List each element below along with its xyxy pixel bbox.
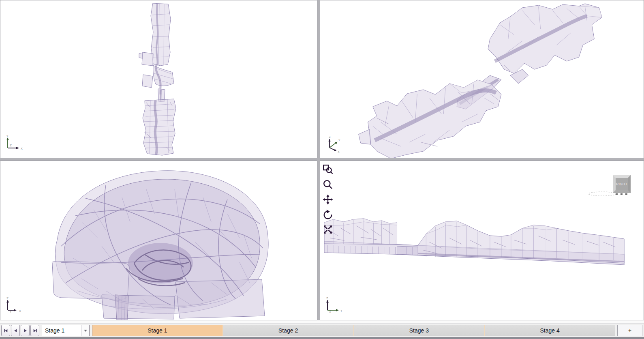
tab-stage-1[interactable]: Stage 1 (92, 325, 223, 336)
model-wireframe-plan-view (0, 0, 317, 158)
viewport-perspective-view[interactable]: Z Y X (320, 0, 644, 158)
tab-stage-4[interactable]: Stage 4 (484, 325, 615, 336)
axis-triad-perspective: Z Y X (323, 134, 346, 154)
stage-tabs: Stage 1 Stage 2 Stage 3 Stage 4 (92, 325, 615, 336)
axis-label-x: X (19, 309, 21, 313)
viewport-grid: Y X Z Z Y (0, 0, 644, 320)
first-stage-button[interactable] (1, 325, 10, 336)
tab-label: Stage 4 (540, 327, 559, 334)
tab-stage-3[interactable]: Stage 3 (353, 325, 484, 336)
tab-label: Stage 2 (278, 327, 298, 334)
stage-bar: Stage 1 Stage 1 Stage 2 Stage 3 Stage 4 … (0, 324, 644, 337)
last-stage-button[interactable] (30, 325, 39, 336)
add-stage-button[interactable]: + (617, 325, 642, 336)
axis-label-y: Y (9, 310, 12, 313)
viewport-plan-view[interactable]: Y X Z (0, 0, 317, 158)
axis-triad-right: Z Y X (323, 296, 346, 316)
axis-label-y: Y (340, 309, 342, 313)
tab-label: Stage 1 (148, 327, 167, 334)
axis-label-z: Z (329, 135, 331, 139)
view-cube[interactable]: RIGHT (585, 174, 635, 199)
zoom-icon[interactable] (323, 179, 333, 190)
rotate-icon[interactable] (323, 209, 333, 220)
zoom-extents-icon[interactable] (323, 224, 333, 235)
stage-selector-value: Stage 1 (42, 327, 81, 334)
model-wireframe-front-view (0, 161, 317, 320)
view-cube-face-label: RIGHT (616, 182, 627, 186)
axis-label-x: X (338, 150, 340, 154)
axis-triad-front: Z X Y (4, 296, 26, 316)
axis-label-z: Z (6, 297, 9, 300)
axis-label-y: Y (6, 135, 9, 138)
tab-stage-2[interactable]: Stage 2 (223, 325, 353, 336)
chevron-down-icon (84, 330, 87, 332)
axis-triad-plan: Y X Z (4, 134, 26, 154)
add-stage-label: + (628, 327, 631, 334)
bottom-strip (0, 337, 644, 339)
tab-label: Stage 3 (409, 327, 429, 334)
stage-selector[interactable]: Stage 1 (42, 325, 90, 336)
zoom-window-icon[interactable] (323, 164, 333, 175)
previous-stage-button[interactable] (11, 325, 20, 336)
pan-icon[interactable] (323, 194, 333, 205)
axis-label-y: Y (338, 139, 340, 142)
model-wireframe-perspective-view (320, 0, 644, 158)
stage-bar-area: Stage 1 Stage 1 Stage 2 Stage 3 Stage 4 … (0, 320, 644, 339)
axis-label-z: Z (326, 297, 328, 300)
axis-label-x: X (329, 310, 331, 313)
stage-selector-dropdown-button[interactable] (81, 325, 89, 336)
viewport-right-view[interactable]: RIGHT Z Y X (320, 161, 644, 320)
axis-label-x: X (21, 147, 23, 150)
viewport-front-view[interactable]: Z X Y (0, 161, 317, 320)
axis-label-z: Z (10, 144, 12, 147)
viewport-toolbar (323, 164, 333, 235)
next-stage-button[interactable] (21, 325, 30, 336)
